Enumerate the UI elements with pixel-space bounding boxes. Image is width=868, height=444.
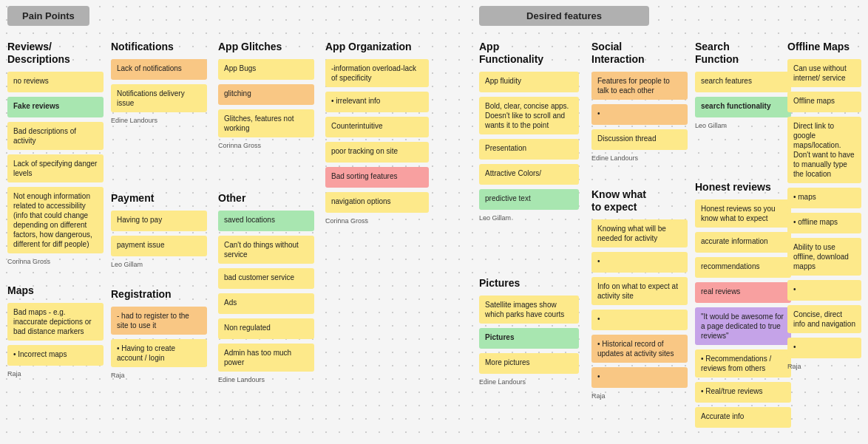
sticky-customer-service: bad customer service [218,268,314,289]
column-knowwhat: Know whatto expect Knowing what will be … [591,188,688,400]
author-appfunc: Leo Gillam [479,214,579,222]
sticky-counterintuitive: Counterintuitive [325,117,429,137]
sticky-navigation-options: navigation options [325,192,429,213]
main-canvas: Pain Points Desired features Reviews/Des… [0,0,868,444]
author-registration: Raja [111,372,207,379]
sticky-bullet5: • [787,280,861,301]
sticky-glitching: glitching [218,84,314,105]
sticky-bad-desc: Bad descriptions of activity [7,122,104,150]
column-title-apporg: App Organization [325,41,429,53]
sticky-search-features: search features [695,72,791,92]
sticky-recommendations: recommendations [695,257,791,278]
column-pictures: Pictures Satellite images show which par… [479,277,579,386]
pain-points-header-container: Pain Points [7,6,89,26]
column-search: SearchFunction search features search fu… [695,41,791,129]
author-offlinemaps: Raja [787,363,861,370]
author-reviews: Corinna Gross [7,258,104,265]
sticky-more-pictures: More pictures [479,353,579,374]
sticky-accessibility-info: Not enough information related to access… [7,187,104,253]
column-title-payment: Payment [111,192,207,205]
sticky-talk-others: Features for people to talk to each othe… [591,72,688,100]
column-social: SocialInteraction Features for people to… [591,41,688,162]
sticky-danger-levels: Lack of specifying danger levels [7,154,104,182]
sticky-discussion-thread: Discussion thread [591,129,688,150]
sticky-pictures-bold: Pictures [479,328,579,349]
column-title-registration: Registration [111,288,207,301]
sticky-non-regulated: Non regulated [218,318,314,339]
author-apporg: Corinna Gross [325,217,429,225]
sticky-concise-nav: Concise, direct info and navigation [787,305,861,333]
sticky-no-internet: Can use without internet/ service [787,59,861,87]
sticky-ads: Ads [218,293,314,314]
sticky-bullet2: • [591,252,688,273]
sticky-awesome-page: "It would be awesome for a page dedicate… [695,307,791,345]
column-title-social: SocialInteraction [591,41,688,66]
sticky-bullet1: • [591,104,688,125]
sticky-app-bugs: App Bugs [218,59,314,80]
sticky-payment-issue: payment issue [111,236,207,256]
author-social: Edine Landours [591,154,688,162]
column-offlinemaps: Offline Maps Can use without internet/ s… [787,41,861,370]
column-title-appglitches: App Glitches [218,41,314,53]
sticky-fake-reviews: Fake reviews [7,97,104,117]
sticky-offline-maps: Offline maps [787,92,861,112]
sticky-presentation: Presentation [479,139,579,160]
desired-features-header: Desired features [479,6,649,26]
sticky-accurate-info2: Accurate info [695,407,791,428]
sticky-bullet3: • [591,310,688,330]
pain-points-header: Pain Points [7,6,89,26]
sticky-saved-locations: saved locations [218,211,314,231]
sticky-incorrect-maps: • Incorrect maps [7,345,104,366]
column-title-other: Other [218,192,314,205]
author-maps: Raja [7,370,104,378]
sticky-accurate-info: accurate information [695,232,791,253]
sticky-satellite: Satellite images show which parks have c… [479,296,579,324]
column-maps: Maps Bad maps - e.g. inaccurate depictio… [7,284,104,378]
sticky-historical-record: • Historical record of updates at activi… [591,335,688,363]
column-title-pictures: Pictures [479,277,579,290]
column-reviews: Reviews/Descriptions no reviews Fake rev… [7,41,104,265]
sticky-bad-sorting: Bad sorting features [325,167,429,188]
column-payment: Payment Having to pay payment issue Leo … [111,192,207,268]
sticky-lack-notifications: Lack of notifications [111,59,207,80]
column-honestreviews: Honest reviews Honest reviews so you kno… [695,181,791,432]
column-appglitches: App Glitches App Bugs glitching Glitches… [218,41,314,149]
sticky-search-functionality: search functionality [695,97,791,117]
column-title-knowwhat: Know whatto expect [591,188,688,214]
column-title-reviews: Reviews/Descriptions [7,41,104,66]
sticky-info-overload: -information overload-lack of specificit… [325,59,429,87]
column-registration: Registration - had to register to the si… [111,288,207,379]
sticky-reviews-others: • Recommendations / reviews from others [695,349,791,378]
sticky-needed-activity: Knowing what will be needed for activity [591,219,688,247]
sticky-predictive-text: predictive text [479,189,579,210]
sticky-real-true-reviews: • Real/true reviews [695,382,791,403]
column-title-notifications: Notifications [111,41,207,53]
sticky-bold-clear: Bold, clear, concise apps. Doesn't like … [479,97,579,134]
sticky-bullet4: • [591,367,688,388]
column-title-maps: Maps [7,284,104,297]
sticky-no-service: Can't do things without service [218,236,314,264]
sticky-features-not-working: Glitches, features not working [218,109,314,137]
column-apporg: App Organization -information overload-l… [325,41,429,225]
author-notifications: Edine Landours [111,117,207,124]
sticky-real-reviews: real reviews [695,282,791,303]
author-payment: Leo Gillam [111,261,207,268]
column-title-search: SearchFunction [695,41,791,66]
sticky-app-fluidity: App fluidity [479,72,579,92]
sticky-expect-site: Info on what to expect at activity site [591,277,688,305]
author-pictures: Edine Landours [479,378,579,386]
desired-features-header-container: Desired features [479,6,649,26]
author-appglitches: Corinna Gross [218,142,314,149]
sticky-honest-reviews: Honest reviews so you know what to expec… [695,199,791,228]
author-knowwhat: Raja [591,392,688,400]
column-title-honestreviews: Honest reviews [695,181,791,194]
sticky-google-maps: Direct link to google maps/location. Don… [787,117,861,183]
sticky-attractive-colors: Attractive Colors/ [479,164,579,185]
sticky-offline-maps2: • offline maps [787,213,861,233]
sticky-no-reviews: no reviews [7,72,104,92]
column-title-offlinemaps: Offline Maps [787,41,861,53]
author-search: Leo Gillam [695,122,791,129]
sticky-poor-tracking: poor tracking on site [325,142,429,163]
sticky-having-pay: Having to pay [111,211,207,231]
sticky-download-maps: Ability to use offline, download mapps [787,238,861,276]
